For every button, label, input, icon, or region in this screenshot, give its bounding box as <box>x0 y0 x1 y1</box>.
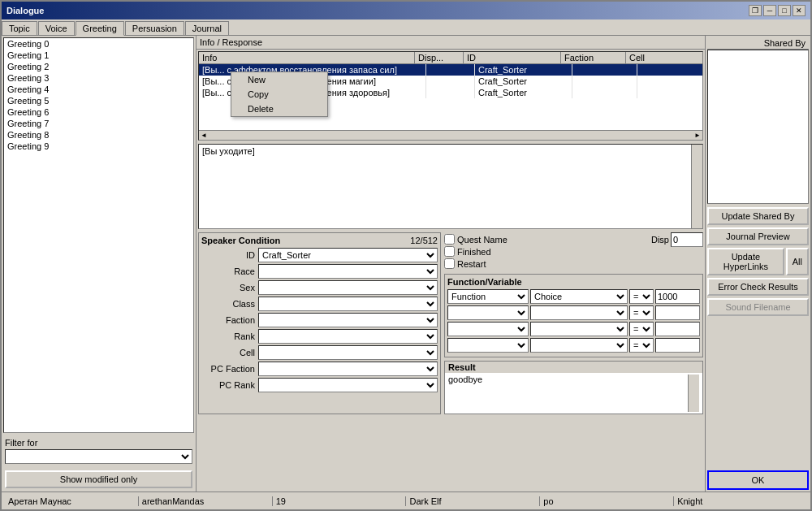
pc-faction-select[interactable] <box>258 362 438 376</box>
tab-voice[interactable]: Voice <box>38 21 75 35</box>
maximize-button[interactable]: □ <box>778 5 791 16</box>
result-scrollbar[interactable] <box>688 375 699 412</box>
fv-row-2: = <box>447 305 700 320</box>
response-text-area[interactable]: [Вы уходите] <box>198 144 703 229</box>
fv-value-input-1[interactable] <box>655 289 700 304</box>
shared-by-label: Shared By <box>707 37 809 50</box>
fv-op-select-2[interactable]: = <box>629 305 654 320</box>
row-disp <box>426 64 475 76</box>
list-item[interactable]: Greeting 3 <box>4 72 193 84</box>
bottom-col-2: arethanMandas <box>139 496 273 506</box>
sound-filename-button[interactable]: Sound Filename <box>707 298 809 316</box>
fv-op-select-3[interactable]: = <box>629 322 654 336</box>
restore-button[interactable]: ❐ <box>749 5 762 16</box>
context-menu-delete[interactable]: Delete <box>231 102 327 116</box>
list-item[interactable]: Greeting 0 <box>4 38 193 50</box>
fv-op-select-4[interactable]: = <box>629 338 654 353</box>
id-select[interactable]: Craft_Sorter <box>258 248 438 262</box>
right-panel: Info / Response Info Disp... ID Faction … <box>197 36 705 492</box>
quest-name-label: Quest Name <box>457 235 508 245</box>
fv-function-select-2[interactable] <box>447 305 529 320</box>
rank-select[interactable] <box>258 329 438 344</box>
class-select[interactable] <box>258 297 438 311</box>
fv-choice-select-3[interactable] <box>530 322 628 336</box>
journal-preview-button[interactable]: Journal Preview <box>707 227 809 245</box>
function-variable-panel: Function/Variable Function Choice = <box>444 274 703 357</box>
filter-select[interactable] <box>5 449 192 464</box>
update-hyperlinks-button[interactable]: Update HyperLinks <box>707 248 784 275</box>
tab-journal[interactable]: Journal <box>185 21 229 35</box>
all-button[interactable]: All <box>786 248 809 275</box>
finished-checkbox-row[interactable]: Finished <box>444 246 508 257</box>
fv-row-1: Function Choice = <box>447 289 700 304</box>
pc-faction-row: PC Faction <box>201 362 438 376</box>
scroll-left-icon[interactable]: ◄ <box>201 132 207 139</box>
col-info-header: Info <box>199 52 415 63</box>
finished-checkbox[interactable] <box>444 246 455 257</box>
fv-function-select-3[interactable] <box>447 322 529 336</box>
restart-checkbox[interactable] <box>444 258 455 269</box>
result-area[interactable]: goodbye <box>445 373 702 414</box>
restart-label: Restart <box>457 259 486 269</box>
restart-checkbox-row[interactable]: Restart <box>444 258 508 269</box>
sex-select[interactable] <box>258 280 438 295</box>
ok-button[interactable]: OK <box>707 470 809 490</box>
window-controls: ❐ ─ □ ✕ <box>749 5 806 16</box>
fv-value-input-2[interactable] <box>655 305 700 320</box>
quest-name-checkbox-row[interactable]: Quest Name <box>444 234 508 245</box>
tab-persuasion[interactable]: Persuasion <box>125 21 184 35</box>
fv-op-select-1[interactable]: = <box>629 289 654 304</box>
scroll-right-icon[interactable]: ► <box>694 132 701 139</box>
result-panel: Result goodbye <box>444 361 703 414</box>
title-bar: Dialogue ❐ ─ □ ✕ <box>2 2 810 19</box>
row-faction <box>572 76 637 87</box>
fv-function-select[interactable]: Function <box>447 289 529 304</box>
right-sidebar: Shared By Update Shared By Journal Previ… <box>705 36 810 492</box>
response-text-content: [Вы уходите] <box>199 145 691 228</box>
main-content: Greeting 0 Greeting 1 Greeting 2 Greetin… <box>2 36 810 492</box>
right-condition-panel: Quest Name Finished Restart <box>444 232 703 414</box>
faction-select[interactable] <box>258 313 438 327</box>
tab-topic[interactable]: Topic <box>2 21 37 35</box>
race-select[interactable] <box>258 264 438 279</box>
list-item[interactable]: Greeting 1 <box>4 50 193 61</box>
fv-value-input-4[interactable] <box>655 338 700 353</box>
shared-by-area <box>707 50 809 204</box>
minimize-button[interactable]: ─ <box>763 5 776 16</box>
cell-row: Cell <box>201 345 438 360</box>
list-item[interactable]: Greeting 5 <box>4 95 193 106</box>
row-id: Craft_Sorter <box>475 76 572 87</box>
row-faction <box>572 64 637 76</box>
finished-label: Finished <box>457 247 491 257</box>
fv-choice-select-4[interactable] <box>530 338 628 353</box>
pc-rank-select[interactable] <box>258 378 438 392</box>
disp-input[interactable] <box>671 232 703 247</box>
tab-greeting[interactable]: Greeting <box>76 21 124 36</box>
error-check-button[interactable]: Error Check Results <box>707 278 809 296</box>
fv-value-input-3[interactable] <box>655 322 700 336</box>
sidebar: Greeting 0 Greeting 1 Greeting 2 Greetin… <box>2 36 197 492</box>
list-item[interactable]: Greeting 9 <box>4 141 193 152</box>
close-button[interactable]: ✕ <box>793 5 806 16</box>
fv-choice-select-2[interactable] <box>530 305 628 320</box>
show-modified-button[interactable]: Show modified only <box>5 470 192 488</box>
context-menu-copy[interactable]: Copy <box>231 87 327 102</box>
list-item[interactable]: Greeting 2 <box>4 61 193 72</box>
greeting-list[interactable]: Greeting 0 Greeting 1 Greeting 2 Greetin… <box>3 37 194 433</box>
table-scroll-bar[interactable]: ◄ ► <box>199 130 702 140</box>
quest-name-checkbox[interactable] <box>444 234 455 245</box>
list-item[interactable]: Greeting 6 <box>4 106 193 118</box>
update-shared-by-button[interactable]: Update Shared By <box>707 207 809 225</box>
list-item[interactable]: Greeting 8 <box>4 129 193 141</box>
fv-choice-select[interactable]: Choice <box>530 289 628 304</box>
bottom-col-3: 19 <box>273 496 407 506</box>
context-menu-new[interactable]: New <box>231 72 327 87</box>
row-id: Craft_Sorter <box>475 87 572 98</box>
tab-bar: Topic Voice Greeting Persuasion Journal <box>2 19 810 36</box>
response-scrollbar[interactable] <box>691 145 702 228</box>
cell-select[interactable] <box>258 345 438 360</box>
list-item[interactable]: Greeting 7 <box>4 118 193 129</box>
fv-function-select-4[interactable] <box>447 338 529 353</box>
col-cell-header: Cell <box>626 52 691 63</box>
list-item[interactable]: Greeting 4 <box>4 84 193 95</box>
